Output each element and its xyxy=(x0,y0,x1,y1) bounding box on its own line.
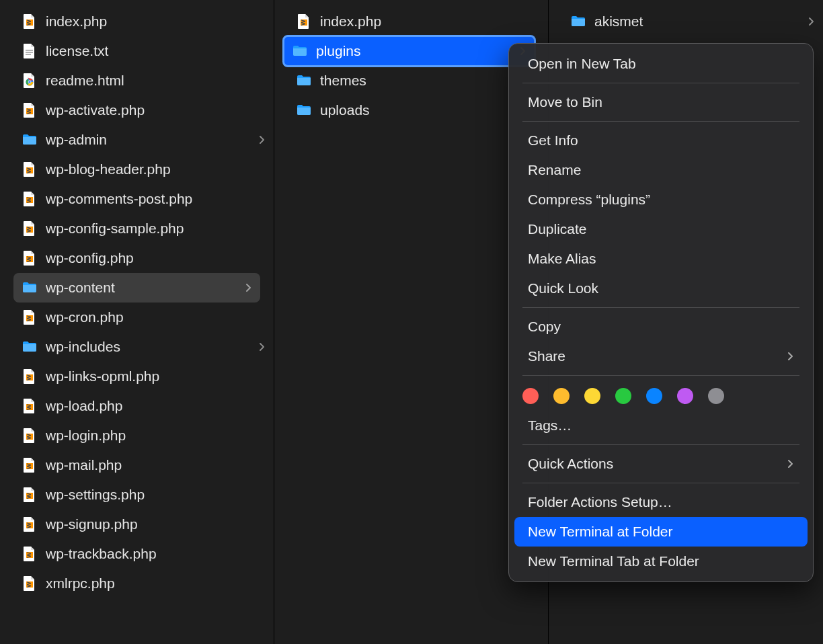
context-menu-item[interactable]: Open in New Tab xyxy=(514,49,808,79)
file-row[interactable]: wp-config-sample.php xyxy=(0,214,274,243)
context-menu-label: New Terminal at Folder xyxy=(528,524,673,540)
file-name-label: xmlrpc.php xyxy=(46,575,266,592)
tag-color-dot[interactable] xyxy=(677,388,693,404)
file-row[interactable]: wp-links-opml.php xyxy=(0,362,274,391)
context-menu-item[interactable]: Make Alias xyxy=(514,244,808,274)
folder-icon xyxy=(570,13,586,30)
folder-icon xyxy=(296,102,312,118)
file-name-label: wp-config-sample.php xyxy=(46,220,266,237)
file-name-label: index.php xyxy=(46,13,266,30)
context-menu-item[interactable]: Share xyxy=(514,341,808,371)
tag-color-dot[interactable] xyxy=(553,388,570,404)
file-row[interactable]: wp-includes xyxy=(0,332,274,362)
context-menu-item[interactable]: New Terminal Tab at Folder xyxy=(514,547,808,576)
file-row[interactable]: themes xyxy=(274,66,548,95)
file-row[interactable]: akismet xyxy=(549,7,823,36)
file-name-label: wp-admin xyxy=(46,132,259,148)
file-name-label: license.txt xyxy=(46,43,266,59)
context-menu-item[interactable]: New Terminal at Folder xyxy=(514,517,808,547)
file-name-label: themes xyxy=(320,73,540,89)
file-row[interactable]: wp-mail.php xyxy=(0,450,274,480)
context-menu-separator xyxy=(522,121,799,122)
context-menu-separator xyxy=(522,483,799,483)
context-menu-label: Duplicate xyxy=(528,221,587,237)
file-row[interactable]: wp-content xyxy=(13,273,260,303)
context-menu-label: Move to Bin xyxy=(528,94,602,110)
file-text-icon xyxy=(22,43,38,59)
svg-rect-1 xyxy=(26,52,33,52)
file-row[interactable]: readme.html xyxy=(0,66,274,95)
context-menu-separator xyxy=(522,307,799,308)
file-name-label: wp-comments-post.php xyxy=(46,191,266,207)
file-chrome-icon xyxy=(22,73,38,89)
tag-color-dot[interactable] xyxy=(646,388,662,404)
context-menu-label: Get Info xyxy=(528,132,578,149)
context-menu-separator xyxy=(522,83,799,83)
file-sublime-icon xyxy=(22,13,38,30)
file-name-label: uploads xyxy=(320,102,540,118)
tag-color-dot[interactable] xyxy=(522,388,539,404)
file-name-label: wp-mail.php xyxy=(46,457,266,473)
file-row[interactable]: index.php xyxy=(0,7,274,36)
file-row[interactable]: wp-activate.php xyxy=(0,95,274,125)
context-menu-label: Make Alias xyxy=(528,251,596,267)
svg-point-5 xyxy=(28,81,31,83)
file-name-label: wp-load.php xyxy=(46,398,266,414)
file-name-label: akismet xyxy=(594,13,808,30)
folder-icon xyxy=(22,132,38,148)
context-menu-label: Copy xyxy=(528,319,561,335)
file-row[interactable]: wp-admin xyxy=(0,125,274,155)
file-row[interactable]: license.txt xyxy=(0,36,274,66)
context-menu-item[interactable]: Move to Bin xyxy=(514,87,808,117)
context-menu-item[interactable]: Folder Actions Setup… xyxy=(514,487,808,517)
file-name-label: wp-links-opml.php xyxy=(46,368,266,385)
svg-rect-2 xyxy=(26,54,31,54)
context-menu-separator xyxy=(522,444,799,445)
file-column-2: index.phppluginsthemesuploads xyxy=(274,0,549,644)
context-menu-label: Share xyxy=(528,348,565,364)
file-row[interactable]: wp-cron.php xyxy=(0,303,274,332)
file-row[interactable]: plugins xyxy=(284,36,535,66)
file-sublime-icon xyxy=(22,457,38,473)
chevron-right-icon xyxy=(259,134,266,145)
context-menu-item[interactable]: Copy xyxy=(514,312,808,341)
context-menu-item[interactable]: Compress “plugins” xyxy=(514,185,808,214)
file-row[interactable]: wp-comments-post.php xyxy=(0,184,274,214)
file-row[interactable]: wp-settings.php xyxy=(0,480,274,510)
file-row[interactable]: wp-config.php xyxy=(0,243,274,273)
context-menu-item[interactable]: Rename xyxy=(514,155,808,185)
file-row[interactable]: uploads xyxy=(274,95,548,125)
folder-icon xyxy=(22,339,38,355)
context-menu-item[interactable]: Quick Actions xyxy=(514,449,808,479)
file-row[interactable]: wp-blog-header.php xyxy=(0,155,274,184)
file-row[interactable]: wp-trackback.php xyxy=(0,539,274,569)
context-menu: Open in New TabMove to BinGet InfoRename… xyxy=(508,43,814,582)
context-menu-label: Compress “plugins” xyxy=(528,192,650,208)
context-menu-item[interactable]: Tags… xyxy=(514,411,808,440)
context-menu-label: Tags… xyxy=(528,417,572,434)
tag-color-dot[interactable] xyxy=(584,388,600,404)
file-name-label: plugins xyxy=(316,43,520,59)
context-menu-item[interactable]: Get Info xyxy=(514,126,808,155)
context-menu-item[interactable]: Duplicate xyxy=(514,214,808,244)
svg-rect-0 xyxy=(26,50,33,50)
folder-icon xyxy=(296,73,312,89)
file-column-1: index.phplicense.txtreadme.htmlwp-activa… xyxy=(0,0,274,644)
file-name-label: wp-blog-header.php xyxy=(46,161,266,177)
file-row[interactable]: xmlrpc.php xyxy=(0,569,274,598)
file-sublime-icon xyxy=(22,575,38,592)
file-row[interactable]: index.php xyxy=(274,7,548,36)
file-row[interactable]: wp-load.php xyxy=(0,391,274,421)
file-sublime-icon xyxy=(22,368,38,385)
tag-color-dot[interactable] xyxy=(708,388,724,404)
file-row[interactable]: wp-login.php xyxy=(0,421,274,450)
file-sublime-icon xyxy=(22,516,38,532)
context-menu-label: Folder Actions Setup… xyxy=(528,494,672,510)
file-row[interactable]: wp-signup.php xyxy=(0,510,274,539)
context-menu-label: Quick Look xyxy=(528,280,598,296)
context-menu-item[interactable]: Quick Look xyxy=(514,274,808,303)
file-name-label: wp-cron.php xyxy=(46,309,266,325)
file-name-label: index.php xyxy=(320,13,540,30)
file-name-label: wp-includes xyxy=(46,339,259,355)
tag-color-dot[interactable] xyxy=(615,388,631,404)
